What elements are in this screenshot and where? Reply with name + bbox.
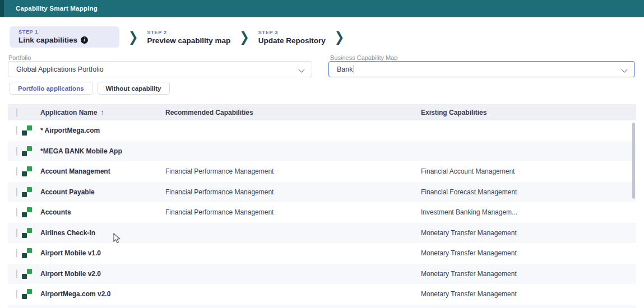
page-title: Capability Smart Mapping	[16, 5, 98, 12]
table-body: * AirportMega.com *MEGA BANK Mobile App …	[8, 120, 636, 305]
table-row[interactable]: *MEGA BANK Mobile App	[8, 141, 636, 162]
text-caret	[354, 65, 354, 73]
header-left-edge	[0, 0, 4, 17]
step-1-label: STEP 1	[18, 29, 110, 35]
table-row[interactable]: Accounts Financial Performance Managemen…	[8, 202, 636, 223]
partial-next-row	[8, 305, 636, 308]
app-header: Capability Smart Mapping	[0, 0, 644, 17]
row-checkbox[interactable]	[16, 188, 17, 197]
step-3-label: STEP 3	[258, 30, 326, 35]
existing-capability: Monetary Transfer Management	[421, 249, 636, 257]
step-3-update-repository[interactable]: STEP 3 Update Repository	[258, 30, 326, 45]
application-name: Airlines Check-In	[40, 229, 165, 237]
column-header-application-name[interactable]: Application Name↑	[40, 109, 165, 116]
row-checkbox[interactable]	[16, 126, 17, 135]
chevron-right-icon: ❯	[128, 29, 138, 45]
row-checkbox[interactable]	[16, 269, 17, 278]
step-2-preview-capability-map[interactable]: STEP 2 Preview capability map	[147, 30, 231, 45]
application-name: *MEGA BANK Mobile App	[40, 147, 165, 155]
filter-chips: Portfolio applications Without capabilit…	[10, 82, 170, 95]
business-capability-map-label: Business Capability Map	[330, 54, 397, 61]
business-capability-map-input[interactable]: Bank	[328, 61, 635, 77]
recommended-capability: Financial Performance Management	[165, 188, 421, 196]
application-name: AirportMega.com v2.0	[40, 290, 165, 298]
step-1-title: Link capabilities	[18, 36, 77, 44]
mouse-cursor	[113, 233, 121, 244]
column-header-existing-capabilities[interactable]: Existing Capabilities	[421, 109, 636, 116]
existing-capability: Monetary Transfer Management	[421, 270, 636, 278]
chevron-right-icon: ❯	[239, 29, 249, 45]
step-2-title: Preview capability map	[147, 36, 231, 45]
existing-capability: Monetary Transfer Management	[421, 290, 636, 298]
step-2-label: STEP 2	[147, 30, 231, 35]
row-checkbox[interactable]	[16, 167, 17, 176]
table-row[interactable]: * AirportMega.com	[8, 120, 636, 141]
row-checkbox[interactable]	[16, 249, 17, 258]
recommended-capability: Financial Performance Management	[165, 208, 421, 216]
row-checkbox[interactable]	[16, 208, 17, 217]
portfolio-label: Portfolio	[8, 54, 31, 61]
chevron-down-icon[interactable]	[622, 67, 627, 72]
column-header-recommended-capabilities[interactable]: Recommended Capabilities	[165, 109, 421, 116]
table-row[interactable]: Account Payable Financial Performance Ma…	[8, 182, 636, 203]
table-row[interactable]: Account Management Financial Performance…	[8, 161, 636, 182]
existing-capability: Financial Forecast Management	[421, 188, 636, 196]
application-name: Airport Mobile v2.0	[40, 270, 165, 278]
business-capability-map-value: Bank	[337, 66, 353, 73]
portfolio-applications-button[interactable]: Portfolio applications	[10, 82, 92, 95]
recommended-capability: Financial Performance Management	[165, 167, 421, 175]
application-name: Accounts	[40, 208, 165, 216]
table-row[interactable]: Airport Mobile v2.0 Monetary Transfer Ma…	[8, 264, 636, 284]
step-1-link-capabilities[interactable]: STEP 1 Link capabilities i	[10, 26, 119, 48]
existing-capability: Financial Account Management	[421, 167, 636, 175]
table-row[interactable]: Airlines Check-In Monetary Transfer Mana…	[8, 223, 636, 244]
existing-capability: Investment Banking Managem...	[421, 208, 636, 216]
application-name: Airport Mobile v1.0	[40, 249, 165, 257]
stepper: STEP 1 Link capabilities i ❯ STEP 2 Prev…	[10, 26, 353, 48]
table-header: Application Name↑ Recommended Capabiliti…	[8, 104, 636, 120]
info-icon[interactable]: i	[81, 36, 88, 44]
row-checkbox[interactable]	[16, 290, 17, 298]
application-name: Account Management	[40, 167, 165, 175]
sort-ascending-icon[interactable]: ↑	[100, 109, 104, 116]
row-checkbox[interactable]	[16, 228, 17, 237]
application-name: Account Payable	[40, 188, 165, 196]
chevron-right-icon: ❯	[335, 29, 345, 45]
applications-table: Application Name↑ Recommended Capabiliti…	[8, 104, 636, 308]
existing-capability: Monetary Transfer Management	[421, 229, 636, 237]
select-all-checkbox[interactable]	[16, 108, 17, 117]
table-row[interactable]: Airport Mobile v1.0 Monetary Transfer Ma…	[8, 243, 636, 264]
table-row[interactable]: AirportMega.com v2.0 Monetary Transfer M…	[8, 284, 636, 305]
portfolio-select[interactable]: Global Applications Portfolio	[8, 61, 312, 77]
row-checkbox[interactable]	[16, 147, 17, 156]
without-capability-button[interactable]: Without capability	[98, 82, 170, 95]
application-name: * AirportMega.com	[40, 127, 165, 134]
portfolio-select-value: Global Applications Portfolio	[16, 66, 104, 73]
step-3-title: Update Repository	[258, 36, 326, 45]
chevron-down-icon[interactable]	[299, 67, 304, 72]
vertical-scrollbar[interactable]	[632, 123, 635, 199]
